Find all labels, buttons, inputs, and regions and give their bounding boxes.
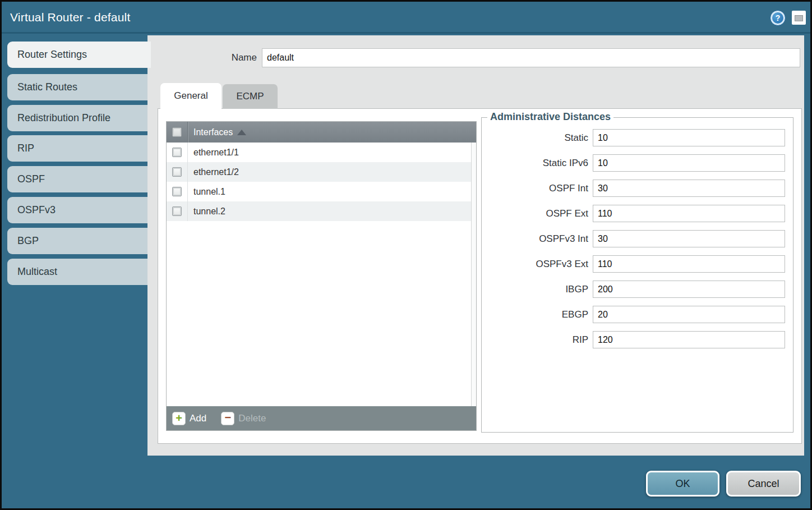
field-row-rip: RIP <box>482 331 793 348</box>
static-ipv6-input[interactable] <box>593 154 785 172</box>
add-button-label: Add <box>190 413 206 424</box>
title-bar: Virtual Router - default ? <box>2 2 810 34</box>
dialog-title: Virtual Router - default <box>10 11 131 24</box>
delete-button-label: Delete <box>238 413 266 424</box>
tab-ecmp[interactable]: ECMP <box>223 84 278 109</box>
rip-input[interactable] <box>593 331 785 348</box>
sidebar-item-label: Redistribution Profile <box>17 112 110 124</box>
window-icon[interactable] <box>792 11 806 25</box>
table-row[interactable]: ethernet1/2 <box>167 162 471 182</box>
interface-name: ethernet1/2 <box>188 167 239 177</box>
delete-button[interactable]: − Delete <box>221 412 266 425</box>
field-label: OSPF Int <box>482 183 588 194</box>
table-row[interactable]: tunnel.1 <box>167 182 471 201</box>
row-checkbox[interactable] <box>172 167 182 177</box>
sidebar-item-label: BGP <box>17 235 39 247</box>
add-icon: + <box>172 412 186 425</box>
name-input[interactable] <box>262 48 800 67</box>
sidebar-item-label: Router Settings <box>17 49 87 61</box>
field-row-ospf-ext: OSPF Ext <box>482 205 793 222</box>
field-label: OSPFv3 Int <box>482 233 588 245</box>
row-checkbox[interactable] <box>172 148 182 157</box>
sidebar-item-label: RIP <box>17 143 34 154</box>
cancel-button[interactable]: Cancel <box>726 471 801 497</box>
ospf-int-input[interactable] <box>593 180 785 197</box>
virtual-router-dialog: Virtual Router - default ? Router Settin… <box>0 0 812 510</box>
field-row-ospf-int: OSPF Int <box>482 180 793 197</box>
select-all-cell <box>167 122 188 143</box>
sidebar-item-static-routes[interactable]: Static Routes <box>7 74 149 100</box>
field-label: Static IPv6 <box>482 158 588 169</box>
ospfv3-ext-input[interactable] <box>593 255 785 273</box>
field-label: Static <box>482 132 588 144</box>
sidebar-item-ospf[interactable]: OSPF <box>7 166 149 192</box>
sidebar-item-multicast[interactable]: Multicast <box>7 259 149 285</box>
administrative-distances-fieldset: Administrative Distances Static Static I… <box>481 117 793 433</box>
sidebar-item-ospfv3[interactable]: OSPFv3 <box>7 197 149 223</box>
sidebar-item-rip[interactable]: RIP <box>7 135 149 162</box>
tab-label: ECMP <box>236 91 264 102</box>
name-label: Name <box>195 52 257 63</box>
interfaces-table-toolbar: + Add − Delete <box>167 406 476 430</box>
interface-name: tunnel.2 <box>188 206 225 217</box>
field-label: RIP <box>482 334 588 346</box>
row-checkbox[interactable] <box>172 187 182 196</box>
ok-button[interactable]: OK <box>646 471 719 497</box>
field-row-static-ipv6: Static IPv6 <box>482 154 793 172</box>
table-scrollbar[interactable] <box>471 143 476 406</box>
sidebar-item-bgp[interactable]: BGP <box>7 228 149 254</box>
interfaces-table-header: Interfaces <box>167 122 476 143</box>
sidebar-item-router-settings[interactable]: Router Settings <box>7 42 151 68</box>
sidebar-item-label: OSPF <box>17 173 45 185</box>
field-row-ospfv3-int: OSPFv3 Int <box>482 230 793 247</box>
field-row-ibgp: IBGP <box>482 281 793 298</box>
row-checkbox[interactable] <box>172 206 182 216</box>
interfaces-table: Interfaces ethernet1/1 ethernet1/2 tunne… <box>166 121 477 431</box>
field-label: EBGP <box>482 309 588 320</box>
ebgp-input[interactable] <box>593 306 785 323</box>
field-label: OSPFv3 Ext <box>482 259 588 270</box>
field-row-static: Static <box>482 129 793 146</box>
sidebar-item-label: OSPFv3 <box>17 204 56 216</box>
field-row-ospfv3-ext: OSPFv3 Ext <box>482 255 793 273</box>
tab-general[interactable]: General <box>160 83 222 109</box>
table-row[interactable]: ethernet1/1 <box>167 143 471 162</box>
ospfv3-int-input[interactable] <box>593 230 785 247</box>
interface-name: tunnel.1 <box>188 187 225 197</box>
select-all-checkbox[interactable] <box>172 127 182 137</box>
add-button[interactable]: + Add <box>172 412 206 425</box>
ibgp-input[interactable] <box>593 281 785 298</box>
sidebar-item-redistribution-profile[interactable]: Redistribution Profile <box>7 105 149 131</box>
interface-name: ethernet1/1 <box>188 148 239 158</box>
fieldset-title: Administrative Distances <box>487 111 613 123</box>
tab-label: General <box>174 90 207 102</box>
sidebar-item-label: Static Routes <box>17 81 77 93</box>
interfaces-table-body: ethernet1/1 ethernet1/2 tunnel.1 tunnel.… <box>167 143 471 406</box>
static-input[interactable] <box>593 129 785 146</box>
delete-icon: − <box>221 412 234 425</box>
field-label: OSPF Ext <box>482 208 588 219</box>
table-row[interactable]: tunnel.2 <box>167 201 471 221</box>
ospf-ext-input[interactable] <box>593 205 785 222</box>
interfaces-column-header[interactable]: Interfaces <box>188 127 246 137</box>
sidebar-item-label: Multicast <box>17 266 57 278</box>
field-row-ebgp: EBGP <box>482 306 793 323</box>
sort-ascending-icon <box>237 130 246 135</box>
field-label: IBGP <box>482 284 588 295</box>
help-icon[interactable]: ? <box>770 10 786 26</box>
